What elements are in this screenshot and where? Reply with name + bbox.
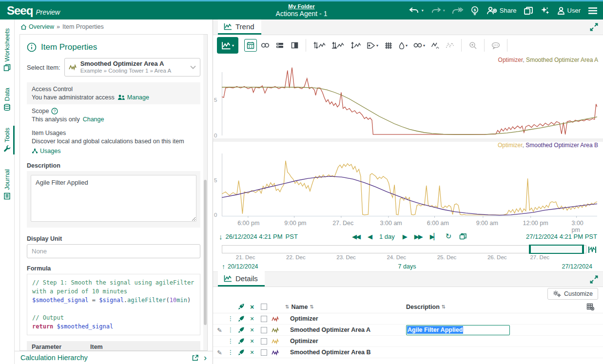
range-end[interactable]: 27/12/2024 4:21 PM — [526, 233, 583, 240]
scrubber-duration[interactable]: 7 days — [398, 263, 416, 270]
row-menu-icon[interactable]: ⋮ — [228, 315, 233, 322]
send-signal-icon[interactable] — [237, 315, 245, 323]
remove-row-icon[interactable]: × — [250, 315, 254, 323]
tab-trend[interactable]: Trend — [218, 19, 261, 35]
range-start[interactable]: 26/12/2024 4:21 PM — [226, 233, 283, 240]
spikecatcher-icon[interactable] — [444, 39, 456, 52]
scrubber-end-date[interactable]: 27/12/2024 — [562, 263, 592, 270]
sidebar-item-journal[interactable]: Journal — [0, 167, 15, 202]
legend-item[interactable]: Optimizer — [498, 57, 523, 63]
expand-hierarchy-chevron[interactable]: › — [204, 353, 207, 363]
row-name[interactable]: Optimizer — [290, 315, 318, 322]
description-edit-input[interactable]: Agile Filter Applied — [406, 325, 510, 335]
customize-button[interactable]: Customize — [547, 288, 598, 300]
sidebar-item-tools[interactable]: Tools — [0, 126, 15, 154]
redo-caret-icon[interactable]: ▾ — [443, 8, 445, 13]
trend-lane-2[interactable]: Optimizer, Smoothed Optimizer Area B 5 0 — [213, 142, 603, 218]
sidebar-item-data[interactable]: Data — [0, 86, 15, 113]
redo-icon[interactable]: ▾ — [430, 7, 445, 15]
remove-row-icon[interactable]: × — [250, 326, 254, 334]
help-icon[interactable]: ? — [51, 108, 58, 115]
compare-icon[interactable] — [288, 39, 301, 52]
seeq-logo[interactable]: Seeq Preview — [7, 4, 60, 18]
row-name[interactable]: Optimizer — [290, 338, 318, 345]
row-name[interactable]: Smoothed Optimizer Area B — [290, 349, 371, 356]
user-menu[interactable]: User — [557, 6, 581, 15]
legend-item[interactable]: Smoothed Optimizer Area A — [526, 57, 598, 63]
send-signal-icon[interactable] — [237, 326, 245, 334]
scope-change-link[interactable]: Change — [83, 116, 104, 123]
hamburger-icon[interactable] — [587, 7, 598, 15]
edit-pencil-icon[interactable]: ✎ — [217, 349, 224, 356]
row-menu-icon[interactable]: ⋮ — [228, 349, 233, 356]
edit-pencil-icon[interactable]: ✎ — [217, 326, 224, 334]
legend-item[interactable]: Smoothed Optimizer Area B — [525, 142, 598, 149]
send-signal-icon[interactable] — [237, 349, 245, 356]
calculation-hierarchy-bar[interactable]: Calculation Hierarchy › — [15, 351, 213, 364]
gridlines-icon[interactable] — [382, 39, 395, 52]
display-unit-input[interactable] — [27, 244, 200, 258]
row-checkbox[interactable] — [261, 327, 267, 333]
y-axis-zoom-icon[interactable] — [348, 39, 363, 52]
zoom-in-icon[interactable] — [467, 39, 479, 52]
time-axis[interactable]: 6:00 pm 9:00 pm 27. Dec 3:00 am 6:00 am … — [222, 218, 603, 230]
panel-scrollbar[interactable] — [203, 35, 207, 350]
expand-details-icon[interactable] — [590, 275, 598, 284]
scrubber-start-date[interactable]: 20/12/2024 — [228, 263, 258, 270]
step-forward-button[interactable]: ▶ — [403, 233, 407, 240]
select-all-checkbox[interactable] — [261, 304, 267, 310]
table-row[interactable]: ✎ ⋮ × Smoothed Optimizer Area B — [213, 347, 603, 358]
scrubber-track[interactable] — [222, 245, 586, 253]
lightbulb-dollar-icon[interactable]: $ — [470, 6, 479, 16]
copy-range-icon[interactable] — [459, 233, 467, 240]
table-row[interactable]: ⋮ × Optimizer — [213, 336, 603, 347]
manage-access-link[interactable]: Manage — [117, 94, 149, 101]
undo-caret-icon[interactable]: ▾ — [422, 8, 424, 13]
row-menu-icon[interactable]: ⋮ — [228, 326, 233, 333]
select-item-dropdown[interactable]: Smoothed Optimizer Area A Example » Cool… — [64, 58, 200, 77]
step-forward-fast-button[interactable]: ▶▶ — [414, 233, 422, 240]
undo-icon[interactable]: ▾ — [409, 7, 424, 15]
row-name[interactable]: Smoothed Optimizer Area A — [290, 326, 370, 333]
description-textarea[interactable]: Agile Filter Applied — [31, 175, 196, 222]
send-signal-icon[interactable] — [237, 303, 245, 310]
range-end-tz[interactable]: PST — [585, 233, 597, 240]
step-back-button[interactable]: ◀ — [368, 233, 371, 240]
table-row[interactable]: ✎ ⋮ × Smoothed Optimizer Area A Agile Fi… — [213, 325, 603, 336]
remove-all-icon[interactable]: × — [250, 303, 254, 311]
remove-row-icon[interactable]: × — [250, 348, 254, 356]
formula-editor[interactable]: // Step 1: Smooth the signal using agile… — [27, 274, 200, 335]
sort-icon[interactable]: ⇅ — [442, 304, 446, 309]
range-step-label[interactable]: 1 day — [379, 233, 395, 240]
open-external-icon[interactable] — [192, 354, 199, 362]
send-signal-icon[interactable] — [237, 338, 245, 345]
usages-link[interactable]: Usages — [32, 148, 60, 154]
step-to-end-button[interactable]: ▶▏ — [430, 233, 438, 240]
sparkles-icon[interactable] — [540, 6, 550, 16]
remove-row-icon[interactable]: × — [250, 337, 254, 345]
tab-details[interactable]: Details — [218, 271, 265, 287]
scrubber-selection[interactable] — [529, 245, 584, 254]
fit-selection-icon[interactable] — [588, 246, 597, 254]
row-checkbox[interactable] — [261, 338, 267, 345]
expand-trend-icon[interactable] — [590, 23, 598, 31]
legend-item[interactable]: Optimizer — [498, 142, 523, 149]
dimming-icon[interactable]: ▾ — [397, 39, 409, 52]
range-start-tz[interactable]: PST — [286, 233, 298, 240]
samples-icon[interactable] — [429, 39, 442, 52]
y-axis-customize-icon[interactable] — [311, 39, 328, 52]
refresh-icon[interactable]: ↻ — [446, 232, 452, 241]
breadcrumb-folder-link[interactable]: My Folder — [288, 3, 314, 9]
share-button[interactable]: Share — [486, 6, 517, 15]
lane2-plot[interactable] — [222, 149, 597, 218]
windows-icon[interactable] — [524, 6, 533, 15]
y-axis-one-lane-icon[interactable] — [330, 39, 346, 52]
name-column-header[interactable]: ⇅ Name ⇅ — [283, 304, 316, 310]
description-column-header[interactable]: Description ⇅ — [406, 304, 447, 310]
row-checkbox[interactable] — [261, 316, 267, 322]
layers-icon[interactable] — [273, 39, 286, 52]
row-checkbox[interactable] — [261, 349, 267, 356]
trend-type-button[interactable]: ▾ — [217, 37, 238, 54]
investigate-up-icon[interactable]: ↑ — [222, 263, 225, 270]
lane1-plot[interactable] — [222, 62, 597, 138]
